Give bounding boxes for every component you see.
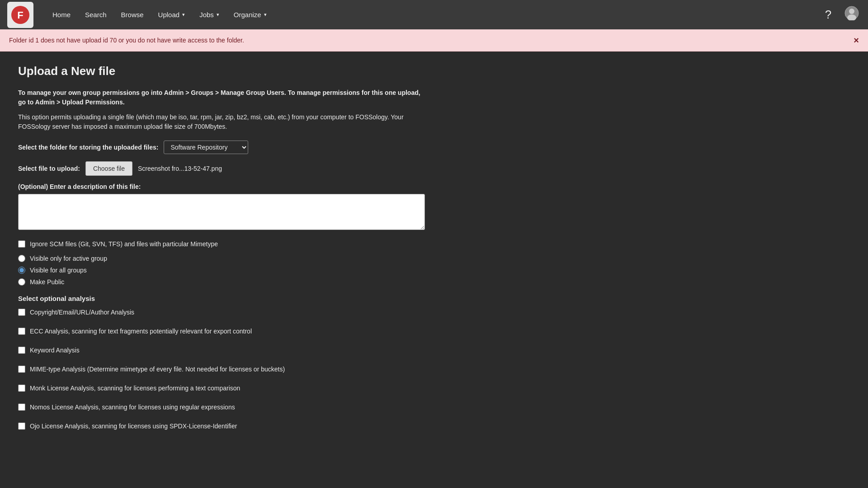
radio-make-public: Make Public	[18, 278, 425, 286]
nav-search[interactable]: Search	[79, 7, 113, 22]
analysis-monk-row: Monk License Analysis, scanning for lice…	[18, 385, 425, 392]
navbar: F Home Search Browse Upload ▾ Jobs ▾ Org…	[0, 0, 868, 29]
radio-make-public-label[interactable]: Make Public	[30, 278, 64, 286]
radio-make-public-input[interactable]	[18, 278, 25, 286]
choose-file-button[interactable]: Choose file	[85, 161, 132, 176]
analysis-keyword-checkbox[interactable]	[18, 347, 25, 354]
description-block: To manage your own group permissions go …	[18, 88, 425, 131]
page-title: Upload a New file	[18, 64, 425, 78]
analysis-nomos-label[interactable]: Nomos License Analysis, scanning for lic…	[30, 404, 235, 411]
analysis-keyword-label[interactable]: Keyword Analysis	[30, 347, 80, 354]
alert-message: Folder id 1 does not have upload id 70 o…	[9, 37, 244, 44]
analysis-ecc-checkbox[interactable]	[18, 328, 25, 335]
file-select-row: Select file to upload: Choose file Scree…	[18, 161, 425, 176]
analysis-mime-label[interactable]: MIME-type Analysis (Determine mimetype o…	[30, 366, 285, 373]
radio-visible-active-label[interactable]: Visible only for active group	[30, 255, 107, 262]
svg-point-3	[849, 9, 854, 14]
analysis-ecc-row: ECC Analysis, scanning for text fragment…	[18, 328, 425, 335]
analysis-monk-label[interactable]: Monk License Analysis, scanning for lice…	[30, 385, 240, 392]
upload-description-text: This option permits uploading a single f…	[18, 113, 425, 131]
svg-text:F: F	[17, 9, 23, 21]
analysis-nomos-row: Nomos License Analysis, scanning for lic…	[18, 404, 425, 411]
radio-visible-all-input[interactable]	[18, 267, 25, 274]
analysis-copyright-checkbox[interactable]	[18, 309, 25, 316]
folder-label: Select the folder for storing the upload…	[18, 144, 158, 151]
analysis-mime-row: MIME-type Analysis (Determine mimetype o…	[18, 366, 425, 373]
analysis-section: Select optional analysis Copyright/Email…	[18, 295, 425, 437]
radio-visible-active-group: Visible only for active group	[18, 255, 425, 262]
analysis-nomos-checkbox[interactable]	[18, 404, 25, 411]
ignore-scm-row: Ignore SCM files (Git, SVN, TFS) and fil…	[18, 240, 425, 248]
analysis-keyword-row: Keyword Analysis	[18, 347, 425, 354]
radio-visible-all-label[interactable]: Visible for all groups	[30, 267, 87, 274]
radio-visible-active-input[interactable]	[18, 255, 25, 262]
help-button[interactable]: ?	[819, 6, 837, 24]
radio-visible-all-groups: Visible for all groups	[18, 267, 425, 274]
user-profile-button[interactable]	[843, 6, 861, 24]
organize-dropdown-arrow: ▾	[264, 12, 267, 18]
nav-browse[interactable]: Browse	[115, 7, 150, 22]
analysis-section-title: Select optional analysis	[18, 295, 425, 302]
upload-dropdown-arrow: ▾	[182, 12, 185, 18]
file-name-display: Screenshot fro...13-52-47.png	[138, 165, 222, 172]
analysis-ojo-checkbox[interactable]	[18, 422, 25, 430]
nav-right: ?	[819, 6, 861, 24]
nav-organize[interactable]: Organize ▾	[227, 7, 273, 22]
description-textarea[interactable]	[18, 194, 425, 230]
user-icon	[844, 6, 859, 23]
brand: F	[7, 2, 37, 28]
visibility-group: Visible only for active group Visible fo…	[18, 255, 425, 286]
folder-select[interactable]: Software Repository	[164, 141, 248, 154]
optional-label: (Optional) Enter a description of this f…	[18, 183, 425, 190]
analysis-checkboxes: Copyright/Email/URL/Author Analysis ECC …	[18, 309, 425, 437]
analysis-ojo-label[interactable]: Ojo License Analysis, scanning for licen…	[30, 422, 237, 430]
main-content: Upload a New file To manage your own gro…	[0, 52, 443, 450]
folder-select-row: Select the folder for storing the upload…	[18, 141, 425, 154]
nav-upload[interactable]: Upload ▾	[152, 7, 192, 22]
fossology-logo-icon: F	[10, 5, 30, 25]
analysis-copyright-row: Copyright/Email/URL/Author Analysis	[18, 309, 425, 316]
file-label: Select file to upload:	[18, 165, 80, 172]
logo: F	[7, 2, 33, 28]
alert-banner: Folder id 1 does not have upload id 70 o…	[0, 29, 868, 52]
ignore-scm-label[interactable]: Ignore SCM files (Git, SVN, TFS) and fil…	[30, 240, 218, 248]
analysis-monk-checkbox[interactable]	[18, 385, 25, 392]
optional-description-section: (Optional) Enter a description of this f…	[18, 183, 425, 240]
nav-links: Home Search Browse Upload ▾ Jobs ▾ Organ…	[46, 7, 819, 22]
help-icon: ?	[825, 8, 831, 22]
nav-home[interactable]: Home	[46, 7, 77, 22]
analysis-mime-checkbox[interactable]	[18, 366, 25, 373]
jobs-dropdown-arrow: ▾	[217, 12, 219, 18]
analysis-copyright-label[interactable]: Copyright/Email/URL/Author Analysis	[30, 309, 134, 316]
permissions-text: To manage your own group permissions go …	[18, 88, 425, 107]
analysis-ecc-label[interactable]: ECC Analysis, scanning for text fragment…	[30, 328, 252, 335]
alert-close-button[interactable]: ×	[854, 36, 859, 45]
ignore-scm-checkbox[interactable]	[18, 240, 25, 248]
nav-jobs[interactable]: Jobs ▾	[193, 7, 226, 22]
analysis-ojo-row: Ojo License Analysis, scanning for licen…	[18, 422, 425, 430]
